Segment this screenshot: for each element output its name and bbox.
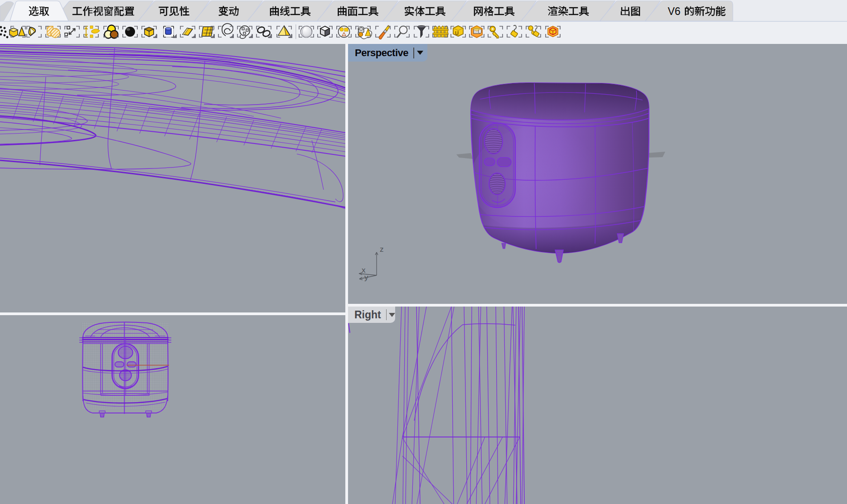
svg-text:V6: V6 — [668, 5, 681, 17]
svg-text:z: z — [380, 245, 384, 254]
svg-text:y: y — [364, 273, 368, 282]
svg-text:U: U — [455, 30, 459, 36]
